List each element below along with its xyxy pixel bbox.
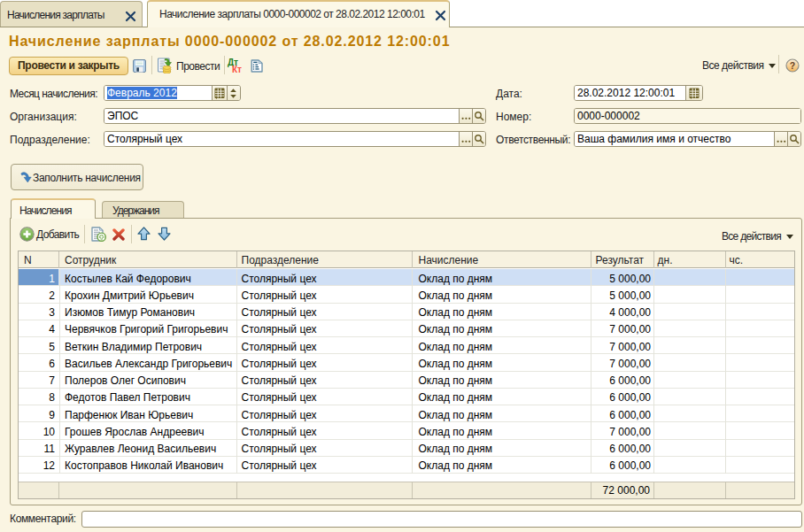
svg-text:?: ?	[790, 60, 795, 71]
